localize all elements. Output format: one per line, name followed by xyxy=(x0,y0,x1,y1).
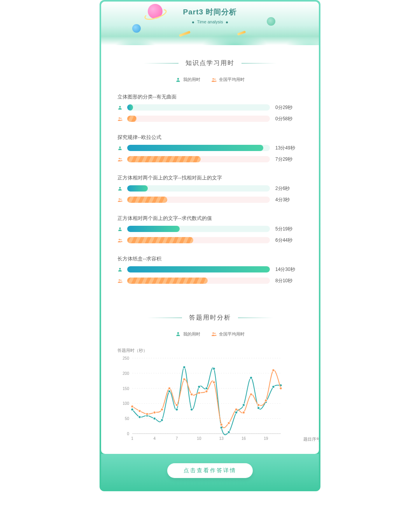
bar-fill xyxy=(127,226,180,232)
svg-point-2 xyxy=(214,78,215,79)
legend-item-avg: 全国平均用时 xyxy=(211,77,245,83)
svg-text:200: 200 xyxy=(122,371,129,376)
time-value-mine: 0分29秒 xyxy=(275,104,303,111)
legend: 我的用时 全国平均用时 xyxy=(101,77,319,83)
svg-point-70 xyxy=(191,393,193,395)
legend-label-mine: 我的用时 xyxy=(183,77,200,83)
bar-fill xyxy=(127,185,148,192)
knowledge-item: 正方体相对两个面上的文字--找相对面上的文字2分6秒4分3秒 xyxy=(117,174,303,203)
svg-text:10: 10 xyxy=(197,436,201,441)
time-value-mine: 2分6秒 xyxy=(275,185,303,192)
svg-point-45 xyxy=(161,419,163,421)
answer-time-chart: 答题用时（秒） 05010015020025014710131619 题目序号 xyxy=(101,348,319,454)
svg-text:16: 16 xyxy=(242,436,246,441)
svg-point-57 xyxy=(250,376,252,379)
time-value-avg: 0分58秒 xyxy=(275,116,303,122)
group-icon xyxy=(117,238,122,243)
footer: 点击查看作答详情 xyxy=(101,454,319,490)
group-icon xyxy=(211,77,217,83)
bar-track xyxy=(127,185,270,192)
person-icon xyxy=(117,105,122,110)
legend-label-avg: 全国平均用时 xyxy=(219,77,245,83)
knowledge-item: 长方体纸盒--求容积14分30秒8分10秒 xyxy=(117,255,303,284)
report-card: Part3 时间分析 Time analysis 知识点学习用时 我的用时 全国… xyxy=(100,0,320,491)
section-title-text: 答题用时分析 xyxy=(189,314,231,322)
time-bar-mine: 0分29秒 xyxy=(117,104,303,111)
time-value-mine: 5分19秒 xyxy=(275,226,303,232)
svg-point-14 xyxy=(121,239,122,240)
svg-point-68 xyxy=(175,404,178,406)
svg-text:7: 7 xyxy=(176,436,178,441)
svg-point-19 xyxy=(212,332,214,334)
svg-text:150: 150 xyxy=(122,387,129,391)
svg-point-18 xyxy=(177,332,179,334)
time-bar-avg: 6分44秒 xyxy=(117,237,303,244)
svg-point-4 xyxy=(119,117,120,118)
svg-point-54 xyxy=(228,431,230,433)
svg-point-62 xyxy=(131,405,133,408)
svg-point-3 xyxy=(119,106,121,107)
page-title: Part3 时间分析 xyxy=(101,2,319,17)
knowledge-time-list: 立体图形的分类--有无曲面0分29秒0分58秒探究规律--欧拉公式13分49秒7… xyxy=(101,93,319,300)
divider-line-left xyxy=(147,318,182,318)
bar-fill xyxy=(127,278,208,284)
time-bar-avg: 8分10秒 xyxy=(117,278,303,284)
time-value-mine: 13分49秒 xyxy=(275,145,303,151)
person-icon xyxy=(117,267,122,272)
section-title: 答题用时分析 xyxy=(101,314,319,322)
svg-point-5 xyxy=(121,118,122,119)
section-title-text: 知识点学习用时 xyxy=(186,59,234,67)
time-bar-mine: 13分49秒 xyxy=(117,145,303,151)
moon-icon xyxy=(267,17,275,26)
bar-fill xyxy=(127,116,136,122)
line-chart-svg: 05010015020025014710131619 xyxy=(117,355,285,445)
svg-text:100: 100 xyxy=(122,401,129,406)
bar-track xyxy=(127,156,270,162)
svg-point-76 xyxy=(235,408,237,411)
svg-point-80 xyxy=(265,399,267,401)
svg-point-42 xyxy=(138,416,141,418)
time-value-avg: 8分10秒 xyxy=(275,278,303,284)
time-bar-avg: 4分3秒 xyxy=(117,197,303,203)
legend: 我的用时 全国平均用时 xyxy=(101,331,319,338)
bar-fill xyxy=(127,197,167,203)
svg-point-16 xyxy=(119,279,120,280)
svg-point-79 xyxy=(257,404,260,406)
svg-point-20 xyxy=(214,333,215,334)
time-bar-mine: 14分30秒 xyxy=(117,266,303,273)
svg-point-69 xyxy=(183,378,186,380)
bar-fill xyxy=(127,104,133,111)
group-icon xyxy=(117,197,122,202)
svg-point-48 xyxy=(183,366,186,368)
svg-point-10 xyxy=(119,198,120,199)
svg-point-51 xyxy=(205,387,208,389)
svg-point-41 xyxy=(131,408,133,411)
svg-point-71 xyxy=(198,392,200,394)
svg-point-64 xyxy=(146,413,148,415)
legend-item-mine: 我的用时 xyxy=(175,331,200,337)
svg-text:1: 1 xyxy=(131,436,133,441)
svg-text:19: 19 xyxy=(264,436,268,441)
person-icon xyxy=(175,331,181,337)
legend-item-mine: 我的用时 xyxy=(175,77,200,83)
chart-xlabel: 题目序号 xyxy=(303,436,319,442)
group-icon xyxy=(211,331,217,337)
bar-track xyxy=(127,266,270,272)
divider-line-right xyxy=(238,318,273,318)
time-bar-mine: 5分19秒 xyxy=(117,226,303,232)
knowledge-item: 正方体相对两个面上的文字--求代数式的值5分19秒6分44秒 xyxy=(117,215,303,244)
svg-point-9 xyxy=(119,187,121,188)
bar-fill xyxy=(127,237,193,243)
svg-point-0 xyxy=(177,78,179,80)
bar-fill xyxy=(127,266,270,272)
bar-track xyxy=(127,197,270,203)
time-value-avg: 6分44秒 xyxy=(275,237,303,244)
svg-point-47 xyxy=(175,408,178,411)
page-subtitle: Time analysis xyxy=(101,19,319,24)
bar-track xyxy=(127,237,270,243)
svg-point-11 xyxy=(121,199,122,200)
svg-point-67 xyxy=(168,387,170,389)
bar-track xyxy=(127,278,270,284)
view-answer-details-button[interactable]: 点击查看作答详情 xyxy=(167,463,253,478)
svg-point-72 xyxy=(205,390,208,392)
